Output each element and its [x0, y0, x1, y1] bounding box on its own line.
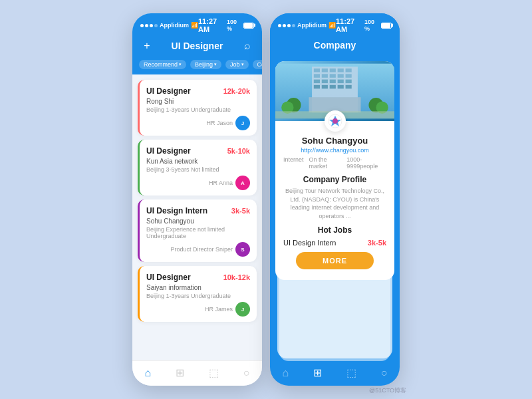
carrier-right: Applidium [297, 22, 327, 29]
company-name: Sohu Changyou [283, 136, 386, 146]
job-company-2: Sohu Changyou [146, 217, 250, 225]
company-content: Sohu Changyou http://www.changyou.com In… [270, 56, 400, 361]
job-list: UI Designer 12k-20k Rong Shi Beijing 1-3… [132, 74, 262, 360]
company-tags: Internet On the market 1000-9999people [283, 156, 386, 170]
job-details-2: Beijing Experience not limited Undergrad… [146, 226, 250, 239]
nav-profile-left[interactable]: ○ [243, 367, 250, 379]
svg-rect-10 [338, 74, 344, 78]
time-right: 11:27 AM [336, 17, 364, 33]
filter-company[interactable]: Company ▾ [253, 60, 262, 69]
bottom-nav-right: ⌂ ⊞ ⬚ ○ [270, 361, 400, 386]
nav-chat-right[interactable]: ⬚ [346, 366, 356, 379]
battery-label-left: 100 % [227, 19, 242, 32]
svg-rect-18 [322, 85, 328, 89]
bottom-nav-left: ⌂ ⊞ ⬚ ○ [132, 360, 262, 386]
nav-building-left[interactable]: ⊞ [176, 366, 184, 379]
job-card-2[interactable]: UI Design Intern 3k-5k Sohu Changyou Bei… [138, 200, 257, 262]
profile-title: Company Profile [283, 175, 386, 184]
job-card-1[interactable]: UI Designer 5k-10k Kun Asia network Beij… [138, 140, 257, 196]
page-title-right: Company [291, 40, 378, 51]
avatar-3: J [235, 302, 250, 317]
more-button[interactable]: MORE [296, 252, 374, 269]
search-icon[interactable]: ⌕ [241, 40, 254, 52]
company-info: Sohu Changyou http://www.changyou.com In… [275, 132, 394, 280]
page-title-left: UI Designer [154, 41, 241, 51]
avatar-2: S [235, 242, 250, 257]
chevron-down-icon: ▾ [179, 62, 182, 67]
battery-icon-left [243, 23, 254, 29]
svg-rect-14 [330, 80, 336, 84]
job-company-1: Kun Asia network [146, 158, 250, 165]
job-company-0: Rong Shi [146, 98, 250, 105]
company-description: Beijing Tour Network Technology Co., Ltd… [283, 187, 386, 220]
nav-chat-left[interactable]: ⬚ [209, 366, 219, 379]
hr-label-1: HR Anna [209, 180, 233, 186]
svg-point-29 [332, 118, 338, 124]
time-left: 11:27 AM [198, 17, 227, 33]
hot-jobs-section: Hot Jobs UI Design Intern 3k-5k [283, 225, 386, 247]
add-icon[interactable]: + [140, 40, 154, 52]
hot-job-name: UI Design Intern [283, 239, 336, 247]
company-card[interactable]: Sohu Changyou http://www.changyou.com In… [275, 61, 394, 280]
svg-rect-20 [338, 85, 344, 89]
company-logo-wrap [275, 110, 394, 132]
job-salary-1: 5k-10k [227, 147, 250, 155]
battery-icon-right [381, 23, 392, 29]
status-bar-left: Applidium 📶 11:27 AM 100 % [132, 13, 262, 36]
company-url[interactable]: http://www.changyou.com [283, 147, 386, 154]
home-icon-left: ⌂ [144, 367, 151, 379]
job-salary-0: 12k-20k [223, 87, 250, 95]
filter-beijing[interactable]: Beijing ▾ [190, 60, 221, 69]
svg-rect-12 [314, 80, 320, 84]
svg-rect-6 [346, 68, 352, 72]
left-phone: Applidium 📶 11:27 AM 100 % + UI Designer… [132, 13, 262, 386]
nav-home-left[interactable]: ⌂ [144, 367, 151, 379]
job-company-3: Saiyan information [146, 284, 250, 291]
job-title-2: UI Design Intern [146, 206, 207, 215]
hr-label-0: HR Jason [206, 120, 233, 126]
job-card-3[interactable]: UI Designer 10k-12k Saiyan information B… [138, 266, 257, 322]
job-card-0[interactable]: UI Designer 12k-20k Rong Shi Beijing 1-3… [138, 80, 257, 136]
filter-job[interactable]: Job ▾ [225, 60, 249, 69]
svg-rect-16 [346, 80, 352, 84]
card-stack: Sohu Changyou http://www.changyou.com In… [275, 61, 394, 356]
svg-rect-15 [338, 80, 344, 84]
nav-profile-right[interactable]: ○ [381, 367, 388, 379]
header-left: + UI Designer ⌕ [132, 36, 262, 57]
job-title-1: UI Designer [146, 146, 191, 156]
svg-rect-8 [322, 74, 328, 78]
svg-rect-4 [330, 68, 336, 72]
company-logo [325, 110, 346, 132]
nav-home-right[interactable]: ⌂ [282, 367, 289, 379]
status-bar-right: Applidium 📶 11:27 AM 100 % [270, 13, 400, 36]
job-details-3: Beijing 1-3years Undergraduate [146, 293, 250, 299]
wifi-icon-left: 📶 [191, 22, 198, 29]
svg-rect-2 [314, 68, 320, 72]
hr-label-3: HR James [205, 306, 233, 313]
svg-rect-19 [330, 85, 336, 89]
job-salary-2: 3k-5k [231, 207, 250, 215]
svg-rect-9 [330, 74, 336, 78]
right-phone: Applidium 📶 11:27 AM 100 % Company [270, 13, 400, 386]
svg-rect-13 [322, 80, 328, 84]
filter-recommend[interactable]: Recommend ▾ [139, 60, 186, 69]
wifi-icon-right: 📶 [329, 22, 336, 29]
filter-bar: Recommend ▾ Beijing ▾ Job ▾ Company ▾ [132, 57, 262, 74]
carrier-left: Applidium [160, 22, 189, 29]
avatar-1: A [235, 176, 250, 190]
svg-rect-11 [346, 74, 352, 78]
job-salary-3: 10k-12k [223, 273, 250, 281]
watermark: @51CTO博客 [369, 386, 406, 395]
svg-rect-5 [338, 68, 344, 72]
nav-building-right[interactable]: ⊞ [313, 366, 322, 379]
chat-icon-left: ⬚ [209, 366, 219, 379]
svg-rect-3 [322, 68, 328, 72]
tag-internet: Internet [283, 156, 304, 170]
chevron-down-icon: ▾ [214, 62, 217, 67]
job-title-3: UI Designer [146, 273, 191, 282]
building-icon-left: ⊞ [176, 366, 184, 379]
job-details-0: Beijing 1-3years Undergraduate [146, 106, 250, 113]
hot-job-salary: 3k-5k [368, 239, 386, 247]
avatar-0: J [235, 116, 250, 130]
hot-jobs-title: Hot Jobs [283, 225, 386, 235]
